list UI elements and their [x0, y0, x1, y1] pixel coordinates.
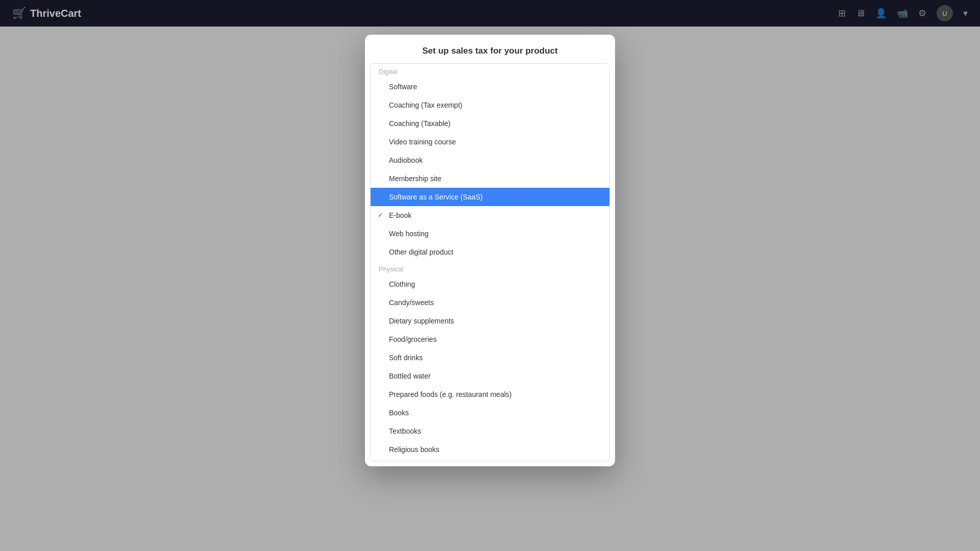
list-item[interactable]: Dietary supplements [371, 312, 609, 330]
list-item[interactable]: Candy/sweets [371, 293, 609, 312]
list-item[interactable]: Food/groceries [371, 330, 609, 348]
list-item[interactable]: Membership site [371, 169, 609, 188]
dropdown-group-label: Digital [371, 64, 609, 78]
product-type-dropdown[interactable]: DigitalSoftwareCoaching (Tax exempt)Coac… [370, 63, 610, 461]
list-item[interactable]: Other digital product [371, 243, 609, 261]
list-item[interactable]: Prepared foods (e.g. restaurant meals) [371, 385, 609, 404]
sales-tax-modal: Set up sales tax for your product Digita… [365, 35, 615, 466]
list-item[interactable]: Software as a Service (SaaS) [371, 188, 609, 206]
list-item[interactable]: Clothing [371, 275, 609, 293]
list-item[interactable]: Textbooks [371, 422, 609, 440]
list-item[interactable]: E-book [371, 206, 609, 224]
list-item[interactable]: Coaching (Taxable) [371, 114, 609, 133]
list-item[interactable]: Books [371, 404, 609, 422]
list-item[interactable]: Printed periodicals (e.g. magazines) [371, 459, 609, 461]
list-item[interactable]: Web hosting [371, 224, 609, 243]
list-item[interactable]: Software [371, 78, 609, 96]
list-item[interactable]: Audiobook [371, 151, 609, 169]
list-item[interactable]: Religious books [371, 440, 609, 459]
list-item[interactable]: Video training course [371, 133, 609, 151]
dropdown-group-label: Physical [371, 261, 609, 275]
list-item[interactable]: Bottled water [371, 367, 609, 385]
list-item[interactable]: Coaching (Tax exempt) [371, 96, 609, 114]
list-item[interactable]: Soft drinks [371, 348, 609, 367]
modal-title: Set up sales tax for your product [365, 35, 615, 63]
